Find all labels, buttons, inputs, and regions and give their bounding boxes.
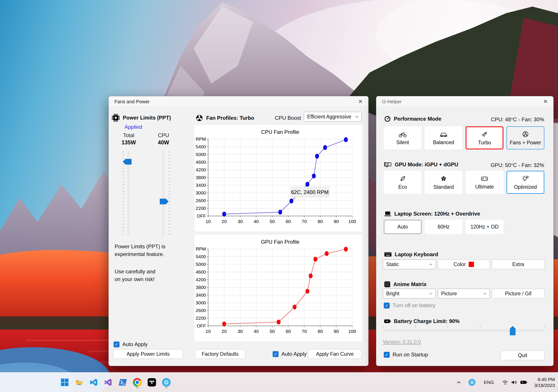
gpu-button-optimized[interactable]: Optimized	[506, 171, 544, 194]
gpu-fan-profile-chart[interactable]: GPU Fan ProfileOFF2200260030003400380042…	[194, 235, 362, 341]
keyboard-extra-button[interactable]: Extra	[492, 259, 545, 269]
cpu-slider-ticks	[169, 152, 170, 236]
svg-text:70: 70	[302, 329, 307, 334]
applied-link[interactable]: Applied	[124, 124, 142, 130]
tray-ghelper-button[interactable]: G	[467, 377, 477, 387]
keyboard-mode-select[interactable]: Static	[383, 259, 436, 269]
mode-button-label: Turbo	[478, 140, 491, 146]
quit-button[interactable]: Quit	[501, 350, 545, 360]
screen-button-120hz-od[interactable]: 120Hz + OD	[466, 220, 503, 234]
power-limits-label: Power Limits (PPT)	[123, 115, 171, 121]
svg-text:30: 30	[238, 219, 243, 224]
gpu-button-ultimate[interactable]: Ultimate	[466, 171, 503, 194]
car-icon	[439, 131, 448, 138]
svg-text:100: 100	[348, 219, 356, 224]
svg-text:40: 40	[254, 219, 259, 224]
language-indicator[interactable]: ENG	[482, 378, 495, 386]
factory-defaults-button[interactable]: Factory Defaults	[195, 349, 245, 359]
start-button[interactable]	[59, 376, 71, 389]
fan-icon	[195, 114, 203, 122]
svg-text:GPU Fan Profile: GPU Fan Profile	[261, 239, 299, 245]
total-power-slider-thumb[interactable]	[123, 159, 131, 165]
chevron-down-icon	[429, 293, 432, 294]
leaf-icon	[399, 175, 407, 183]
vscode-button[interactable]	[87, 376, 100, 389]
laptop-screen-header: Laptop Screen: 120Hz + Overdrive	[384, 210, 480, 217]
mode-button-fans-power[interactable]: Fans + Power	[506, 126, 544, 150]
ghelper-titlebar[interactable]: G-Helper ×	[376, 96, 553, 107]
cpu-fan-profile-chart[interactable]: CPU Fan ProfileOFF2200260030003400380042…	[194, 125, 362, 231]
ghelper-taskbar-button[interactable]: G	[160, 376, 173, 389]
volume-icon[interactable]	[510, 378, 519, 386]
lightbulb-gear-icon	[522, 175, 529, 183]
rocket-icon	[480, 130, 488, 138]
cpu-boost-select[interactable]: Efficient Aggressive	[304, 112, 362, 122]
svg-text:CPU Fan Profile: CPU Fan Profile	[261, 129, 299, 135]
mode-button-silent[interactable]: Silent	[384, 126, 422, 150]
mode-button-turbo[interactable]: Turbo	[466, 126, 503, 150]
chrome-button[interactable]	[131, 376, 143, 389]
matrix-brightness-value: Bright	[386, 291, 399, 297]
anime-matrix-label: Anime Matrix	[393, 281, 427, 287]
powershell-button[interactable]	[117, 376, 129, 389]
auto-apply-power-label: Auto Apply	[122, 341, 148, 347]
screen-button-60hz[interactable]: 60Hz	[425, 220, 462, 234]
battery-limit-label: Battery Charge Limit: 90%	[394, 318, 460, 324]
apply-power-limits-button[interactable]: Apply Power Limits	[113, 349, 183, 359]
keyboard-color-button[interactable]: Color	[438, 259, 490, 269]
taskbar-icons: G	[59, 372, 173, 392]
cpu-power-slider-thumb[interactable]	[160, 199, 169, 204]
color-swatch	[469, 262, 474, 267]
close-icon[interactable]: ×	[541, 97, 550, 106]
picture-gif-button[interactable]: Picture / Gif	[492, 289, 545, 298]
keyboard-mode-value: Static	[386, 261, 399, 267]
auto-apply-power-checkbox[interactable]	[113, 342, 120, 347]
version-link[interactable]: Version: 0.31.0.0	[383, 339, 421, 345]
turn-off-on-battery-checkbox[interactable]	[384, 303, 390, 309]
apply-fan-curve-button[interactable]: Apply Fan Curve	[308, 349, 362, 359]
performance-mode-label: Performance Mode	[394, 116, 441, 122]
auto-apply-fan-checkbox[interactable]	[273, 351, 279, 357]
wifi-icon[interactable]	[501, 378, 510, 386]
warning-line-1: Power Limits (PPT) is	[115, 242, 166, 250]
gpu-button-eco[interactable]: Eco	[384, 171, 422, 194]
file-explorer-button[interactable]	[73, 376, 85, 389]
mode-button-balanced[interactable]: Balanced	[425, 126, 462, 150]
slider-tick	[415, 326, 416, 328]
tidal-button[interactable]	[146, 376, 158, 389]
svg-text:3800: 3800	[196, 175, 206, 180]
visual-studio-button[interactable]	[102, 376, 114, 389]
visual-studio-icon	[104, 378, 113, 386]
keyboard-icon	[384, 251, 392, 258]
battery-slider-thumb[interactable]	[510, 326, 515, 335]
svg-text:100: 100	[348, 329, 356, 334]
run-on-startup-row: Run on Startup	[384, 351, 428, 358]
svg-text:3400: 3400	[196, 183, 206, 188]
gpu-mode-label: GPU Mode: iGPU + dGPU	[395, 161, 458, 168]
screen-button-label: 60Hz	[438, 224, 450, 230]
fans-window-titlebar[interactable]: Fans and Power ×	[109, 96, 368, 107]
matrix-brightness-select[interactable]: Bright	[383, 289, 436, 298]
svg-text:40: 40	[254, 329, 259, 334]
svg-text:RPM: RPM	[196, 136, 206, 142]
battery-icon[interactable]	[519, 379, 529, 386]
clock[interactable]: 6:45 PM 3/18/2023	[534, 376, 555, 388]
tray-date: 3/18/2023	[534, 382, 555, 388]
svg-text:60: 60	[286, 329, 291, 334]
battery-limit-slider[interactable]	[383, 325, 545, 338]
run-on-startup-checkbox[interactable]	[384, 352, 390, 358]
ppt-warning-text: Power Limits (PPT) is experimental featu…	[115, 242, 166, 283]
gpu-button-standard[interactable]: Standard	[425, 171, 462, 194]
chevron-down-icon	[483, 293, 487, 294]
svg-text:50: 50	[270, 219, 275, 224]
screen-button-auto[interactable]: Auto	[384, 220, 422, 234]
close-icon[interactable]: ×	[356, 97, 365, 106]
slider-tick	[544, 326, 545, 328]
battery-slider-track[interactable]	[383, 330, 545, 331]
tray-chevron-up-icon[interactable]	[455, 380, 462, 385]
cpu-power-slider[interactable]	[162, 151, 164, 236]
gpu-temp-status: GPU: 50°C - Fan: 32%	[491, 162, 544, 168]
screen-button-label: 120Hz + OD	[471, 224, 498, 230]
matrix-mode-select[interactable]: Picture	[438, 289, 490, 298]
cpu-chip-icon	[111, 113, 120, 122]
